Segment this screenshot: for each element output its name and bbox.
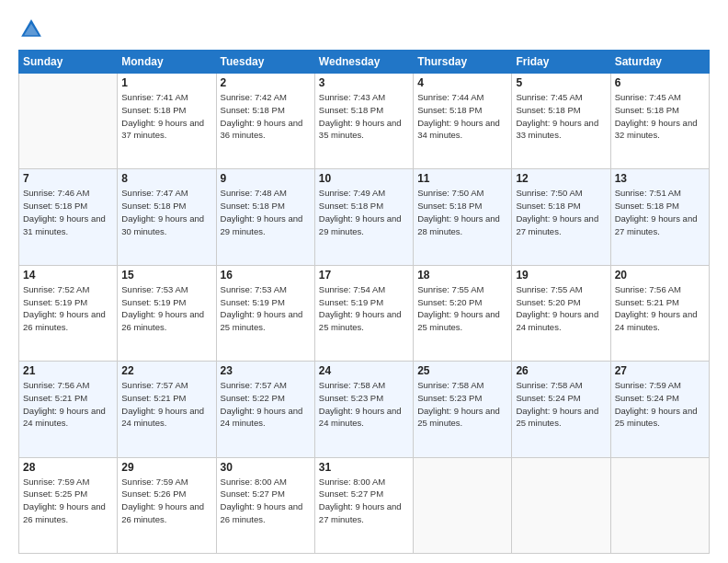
calendar-cell: 8Sunrise: 7:47 AM Sunset: 5:18 PM Daylig… [118,169,216,265]
calendar-header: SundayMondayTuesdayWednesdayThursdayFrid… [19,51,710,74]
calendar-cell: 12Sunrise: 7:50 AM Sunset: 5:18 PM Dayli… [512,169,610,265]
calendar-week-2: 14Sunrise: 7:52 AM Sunset: 5:19 PM Dayli… [19,265,710,361]
day-info: Sunrise: 7:50 AM Sunset: 5:18 PM Dayligh… [516,187,606,237]
calendar-cell: 15Sunrise: 7:53 AM Sunset: 5:19 PM Dayli… [118,265,216,361]
weekday-header-thursday: Thursday [414,51,512,74]
day-number: 31 [319,461,409,474]
day-number: 16 [221,269,311,282]
weekday-header-tuesday: Tuesday [216,51,314,74]
day-info: Sunrise: 7:45 AM Sunset: 5:18 PM Dayligh… [615,91,705,142]
weekday-header-friday: Friday [512,51,610,74]
calendar-cell [610,457,709,553]
day-number: 23 [221,364,311,377]
day-number: 20 [615,269,705,282]
logo-icon [18,17,44,42]
day-info: Sunrise: 7:52 AM Sunset: 5:19 PM Dayligh… [23,283,113,334]
calendar-cell: 16Sunrise: 7:53 AM Sunset: 5:19 PM Dayli… [216,265,314,361]
day-number: 14 [23,269,113,282]
day-number: 26 [516,364,606,377]
day-info: Sunrise: 7:58 AM Sunset: 5:24 PM Dayligh… [516,379,606,430]
calendar-cell: 1Sunrise: 7:41 AM Sunset: 5:18 PM Daylig… [118,74,216,169]
calendar-cell [19,74,118,169]
day-number: 21 [23,364,113,377]
calendar-cell: 17Sunrise: 7:54 AM Sunset: 5:19 PM Dayli… [314,265,413,361]
calendar-cell: 29Sunrise: 7:59 AM Sunset: 5:26 PM Dayli… [118,457,216,553]
day-info: Sunrise: 7:51 AM Sunset: 5:18 PM Dayligh… [615,187,705,237]
calendar-body: 1Sunrise: 7:41 AM Sunset: 5:18 PM Daylig… [19,74,710,554]
day-number: 3 [319,76,409,89]
day-number: 25 [417,364,507,377]
day-info: Sunrise: 7:58 AM Sunset: 5:23 PM Dayligh… [319,379,409,430]
day-info: Sunrise: 7:59 AM Sunset: 5:25 PM Dayligh… [23,476,113,526]
day-info: Sunrise: 7:57 AM Sunset: 5:22 PM Dayligh… [221,379,311,430]
calendar-cell: 24Sunrise: 7:58 AM Sunset: 5:23 PM Dayli… [314,362,413,457]
day-info: Sunrise: 7:48 AM Sunset: 5:18 PM Dayligh… [221,187,311,237]
calendar-cell: 7Sunrise: 7:46 AM Sunset: 5:18 PM Daylig… [19,169,118,265]
day-number: 29 [121,461,211,474]
calendar-week-0: 1Sunrise: 7:41 AM Sunset: 5:18 PM Daylig… [19,74,710,169]
day-number: 6 [615,76,705,89]
header [18,17,710,42]
day-number: 1 [121,76,211,89]
weekday-header-wednesday: Wednesday [314,51,413,74]
day-info: Sunrise: 7:42 AM Sunset: 5:18 PM Dayligh… [221,91,311,142]
day-info: Sunrise: 7:46 AM Sunset: 5:18 PM Dayligh… [23,187,113,237]
calendar: SundayMondayTuesdayWednesdayThursdayFrid… [18,50,710,554]
day-info: Sunrise: 7:53 AM Sunset: 5:19 PM Dayligh… [221,283,311,334]
day-number: 10 [319,172,409,185]
calendar-cell: 18Sunrise: 7:55 AM Sunset: 5:20 PM Dayli… [414,265,512,361]
calendar-cell: 26Sunrise: 7:58 AM Sunset: 5:24 PM Dayli… [512,362,610,457]
day-info: Sunrise: 7:47 AM Sunset: 5:18 PM Dayligh… [121,187,211,237]
day-number: 17 [319,269,409,282]
weekday-row: SundayMondayTuesdayWednesdayThursdayFrid… [19,51,710,74]
day-info: Sunrise: 7:54 AM Sunset: 5:19 PM Dayligh… [319,283,409,334]
calendar-cell: 6Sunrise: 7:45 AM Sunset: 5:18 PM Daylig… [610,74,709,169]
day-info: Sunrise: 7:41 AM Sunset: 5:18 PM Dayligh… [121,91,211,142]
day-info: Sunrise: 7:55 AM Sunset: 5:20 PM Dayligh… [417,283,507,334]
calendar-cell: 13Sunrise: 7:51 AM Sunset: 5:18 PM Dayli… [610,169,709,265]
logo [18,17,48,42]
calendar-cell: 20Sunrise: 7:56 AM Sunset: 5:21 PM Dayli… [610,265,709,361]
calendar-week-3: 21Sunrise: 7:56 AM Sunset: 5:21 PM Dayli… [19,362,710,457]
day-info: Sunrise: 7:56 AM Sunset: 5:21 PM Dayligh… [23,379,113,430]
weekday-header-sunday: Sunday [19,51,118,74]
day-number: 8 [121,172,211,185]
day-number: 7 [23,172,113,185]
calendar-cell: 22Sunrise: 7:57 AM Sunset: 5:21 PM Dayli… [118,362,216,457]
calendar-week-1: 7Sunrise: 7:46 AM Sunset: 5:18 PM Daylig… [19,169,710,265]
day-number: 18 [417,269,507,282]
calendar-cell: 25Sunrise: 7:58 AM Sunset: 5:23 PM Dayli… [414,362,512,457]
day-number: 9 [221,172,311,185]
day-info: Sunrise: 7:58 AM Sunset: 5:23 PM Dayligh… [417,379,507,430]
calendar-cell: 5Sunrise: 7:45 AM Sunset: 5:18 PM Daylig… [512,74,610,169]
calendar-cell: 11Sunrise: 7:50 AM Sunset: 5:18 PM Dayli… [414,169,512,265]
weekday-header-monday: Monday [118,51,216,74]
day-number: 2 [221,76,311,89]
day-info: Sunrise: 7:59 AM Sunset: 5:24 PM Dayligh… [615,379,705,430]
day-info: Sunrise: 7:53 AM Sunset: 5:19 PM Dayligh… [121,283,211,334]
day-info: Sunrise: 8:00 AM Sunset: 5:27 PM Dayligh… [319,476,409,526]
calendar-cell: 4Sunrise: 7:44 AM Sunset: 5:18 PM Daylig… [414,74,512,169]
day-info: Sunrise: 7:56 AM Sunset: 5:21 PM Dayligh… [615,283,705,334]
page: SundayMondayTuesdayWednesdayThursdayFrid… [0,0,728,563]
day-info: Sunrise: 7:59 AM Sunset: 5:26 PM Dayligh… [121,476,211,526]
day-info: Sunrise: 7:50 AM Sunset: 5:18 PM Dayligh… [417,187,507,237]
day-number: 19 [516,269,606,282]
calendar-cell: 27Sunrise: 7:59 AM Sunset: 5:24 PM Dayli… [610,362,709,457]
day-info: Sunrise: 7:44 AM Sunset: 5:18 PM Dayligh… [417,91,507,142]
day-number: 11 [417,172,507,185]
day-number: 24 [319,364,409,377]
calendar-cell [414,457,512,553]
day-info: Sunrise: 7:57 AM Sunset: 5:21 PM Dayligh… [121,379,211,430]
day-info: Sunrise: 7:45 AM Sunset: 5:18 PM Dayligh… [516,91,606,142]
day-info: Sunrise: 7:55 AM Sunset: 5:20 PM Dayligh… [516,283,606,334]
calendar-cell: 2Sunrise: 7:42 AM Sunset: 5:18 PM Daylig… [216,74,314,169]
calendar-cell: 9Sunrise: 7:48 AM Sunset: 5:18 PM Daylig… [216,169,314,265]
calendar-cell: 28Sunrise: 7:59 AM Sunset: 5:25 PM Dayli… [19,457,118,553]
day-number: 4 [417,76,507,89]
day-info: Sunrise: 7:43 AM Sunset: 5:18 PM Dayligh… [319,91,409,142]
day-number: 27 [615,364,705,377]
calendar-cell [512,457,610,553]
weekday-header-saturday: Saturday [610,51,709,74]
calendar-cell: 31Sunrise: 8:00 AM Sunset: 5:27 PM Dayli… [314,457,413,553]
